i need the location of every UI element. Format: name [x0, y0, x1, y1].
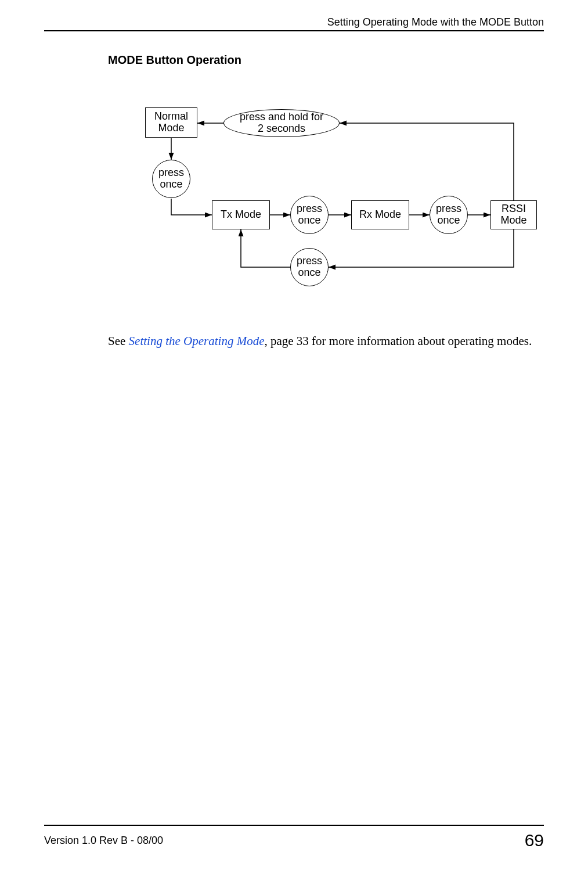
node-label: Tx Mode — [221, 209, 261, 221]
node-label: press once — [297, 256, 322, 279]
mode-button-diagram: Normal Mode press and hold for 2 seconds… — [134, 99, 540, 314]
body-paragraph: See Setting the Operating Mode, page 33 … — [108, 333, 544, 350]
node-press-once-2: press once — [290, 196, 329, 234]
node-rssi-mode: RSSI Mode — [490, 200, 537, 229]
node-label: Normal Mode — [154, 111, 188, 134]
node-press-once-3: press once — [430, 196, 468, 234]
node-normal-mode: Normal Mode — [145, 107, 197, 138]
footer-version: Version 1.0 Rev B - 08/00 — [44, 835, 163, 847]
node-press-and-hold: press and hold for 2 seconds — [223, 109, 340, 137]
text-suffix: , page 33 for more information about ope… — [264, 334, 532, 348]
node-label: press once — [436, 203, 461, 227]
running-header: Setting Operating Mode with the MODE But… — [327, 16, 544, 28]
node-label: press once — [297, 203, 322, 227]
node-tx-mode: Tx Mode — [212, 200, 270, 229]
node-label: press once — [158, 167, 184, 190]
page-number: 69 — [525, 831, 544, 850]
text-prefix: See — [108, 334, 129, 348]
node-label: Rx Mode — [359, 209, 401, 221]
footer-rule — [44, 825, 544, 826]
node-rx-mode: Rx Mode — [351, 200, 409, 229]
header-rule — [44, 30, 544, 31]
node-label: RSSI Mode — [500, 203, 526, 227]
section-title: MODE Button Operation — [108, 53, 241, 67]
cross-reference-link[interactable]: Setting the Operating Mode — [129, 334, 265, 348]
node-press-once-4: press once — [290, 248, 329, 286]
node-press-once-1: press once — [152, 160, 190, 198]
node-label: press and hold for 2 seconds — [240, 112, 323, 135]
